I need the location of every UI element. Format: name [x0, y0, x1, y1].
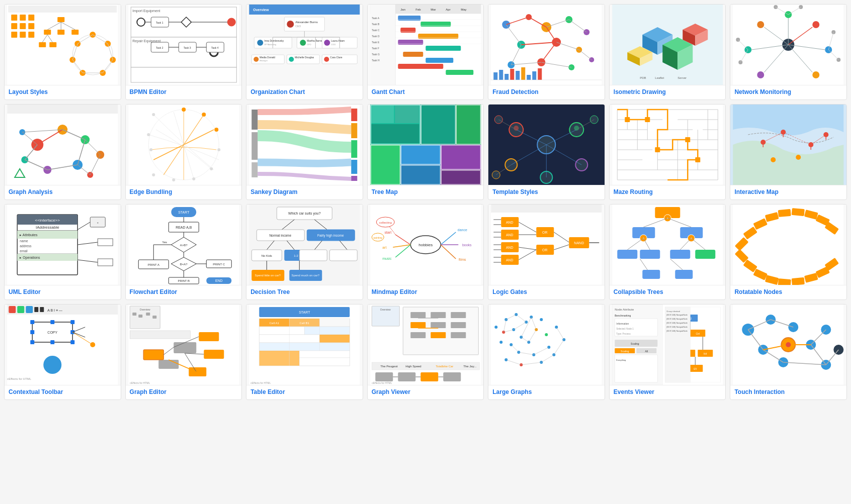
card-events[interactable]: Node Attribute Benchmarking Information …: [609, 304, 726, 400]
card-collapsible[interactable]: + + + Collapsible Trees: [609, 204, 726, 300]
card-mindmap[interactable]: hobbies start art music dance books film…: [367, 204, 484, 300]
svg-text:Task F: Task F: [372, 47, 379, 50]
svg-rect-257: [420, 105, 456, 145]
svg-text:books: books: [462, 243, 472, 247]
preview-large-graphs: [488, 305, 605, 385]
card-label: Edge Bundling: [126, 185, 242, 199]
svg-rect-105: [418, 34, 458, 39]
svg-rect-500: [778, 278, 791, 285]
svg-rect-252: [351, 140, 357, 158]
svg-rect-534: [146, 313, 150, 316]
card-graph-editor[interactable]: Overview: [125, 304, 242, 400]
svg-rect-111: [446, 70, 473, 75]
svg-rect-104: [400, 28, 415, 33]
card-rotatable[interactable]: Rotatable Nodes: [730, 204, 847, 300]
svg-rect-541: [189, 367, 206, 376]
card-maze[interactable]: Maze Routing: [609, 104, 726, 200]
card-treemap[interactable]: Tree Map: [367, 104, 484, 200]
svg-text:Everything: Everything: [616, 359, 626, 361]
card-edge-bundling[interactable]: Edge Bundling: [125, 104, 242, 200]
card-touch[interactable]: Touch Interaction: [730, 304, 847, 400]
card-logic[interactable]: AND AND AND AND OR OR: [488, 204, 605, 300]
svg-rect-483: [675, 270, 693, 279]
card-layout-styles[interactable]: Layout Styles: [4, 4, 121, 100]
card-imap[interactable]: Interactive Map: [730, 104, 847, 200]
svg-text:IAddressable: IAddressable: [36, 225, 59, 230]
card-graph-viewer[interactable]: Overview The Peugeot High Speed: [367, 304, 484, 400]
svg-rect-108: [403, 52, 423, 57]
svg-rect-17: [71, 30, 78, 35]
card-label: Graph Viewer: [368, 385, 484, 399]
card-template-styles[interactable]: Template Styles: [488, 104, 605, 200]
card-org-chart[interactable]: Overview Alexander Burns CEO Inna Dombro…: [246, 4, 363, 100]
card-gantt[interactable]: Task Jan Feb Mar Apr May: [367, 4, 484, 100]
svg-text:Task B: Task B: [372, 23, 380, 26]
card-sankey[interactable]: Sankey Diagram: [246, 104, 363, 200]
svg-rect-586: [451, 332, 466, 338]
svg-rect-9: [20, 32, 26, 38]
svg-point-336: [796, 155, 801, 160]
svg-rect-501: [792, 277, 805, 285]
svg-point-186: [757, 71, 764, 78]
svg-text:Cell A1: Cell A1: [270, 322, 280, 325]
card-uml[interactable]: <<interface>> IAddressable ▸ Attributes …: [4, 204, 121, 300]
card-graph-analysis[interactable]: Graph Analysis: [4, 104, 121, 200]
svg-rect-325: [695, 157, 700, 162]
card-bpmn-editor[interactable]: Import Equipment Repair Equipment Task 1: [125, 4, 242, 100]
preview-sankey: [246, 105, 363, 185]
svg-point-239: [172, 178, 175, 181]
svg-rect-4: [28, 15, 34, 21]
card-label: Isometric Drawing: [610, 85, 726, 99]
card-large-graphs[interactable]: Large Graphs: [488, 304, 605, 400]
svg-rect-251: [351, 123, 357, 138]
svg-text:Apr: Apr: [446, 8, 450, 11]
svg-rect-582: [431, 322, 446, 328]
svg-text:Yes: Yes: [162, 241, 167, 244]
svg-rect-161: [533, 71, 537, 80]
svg-text:address: address: [20, 244, 32, 248]
svg-text:hobbies: hobbies: [418, 243, 433, 247]
svg-rect-516: [50, 320, 54, 324]
card-fraud[interactable]: Fraud Detection: [488, 4, 605, 100]
svg-rect-42: [131, 67, 236, 82]
svg-rect-491: [778, 209, 791, 217]
preview-fraud: [488, 5, 605, 85]
svg-text:Alexander Burns: Alexander Burns: [295, 21, 317, 24]
card-table-editor[interactable]: START Cell A1 Cell B1: [246, 304, 363, 400]
svg-text:PRINT A: PRINT A: [147, 263, 159, 266]
card-label: Large Graphs: [488, 385, 605, 399]
svg-text:START: START: [178, 211, 190, 214]
svg-text:PRINT B: PRINT B: [178, 279, 190, 282]
svg-rect-209: [7, 105, 118, 114]
svg-rect-160: [527, 75, 531, 80]
svg-rect-403: [299, 250, 327, 261]
svg-text:music: music: [382, 257, 392, 260]
card-label: Decision Tree: [246, 285, 363, 299]
svg-text:collecting: collecting: [379, 221, 391, 224]
card-label: Logic Gates: [488, 285, 605, 299]
svg-rect-578: [410, 312, 426, 318]
svg-rect-522: [70, 340, 74, 344]
svg-text:[30.97,248]: NavigateNode: [30.97,248]: NavigateNode: [666, 326, 688, 328]
svg-rect-254: [351, 176, 357, 181]
svg-rect-6: [20, 23, 26, 29]
card-isometric[interactable]: PDB Server Leaflet Isometric Drawing: [609, 4, 726, 100]
svg-text:PRINT C: PRINT C: [213, 263, 225, 266]
svg-point-288: [514, 126, 519, 131]
svg-rect-579: [431, 312, 446, 318]
svg-rect-155: [499, 70, 503, 80]
card-toolbar[interactable]: A B I ≡ — COPY: [4, 304, 121, 400]
card-label: Graph Editor: [126, 385, 242, 399]
svg-rect-596: [420, 372, 438, 381]
svg-text:[30.97,248]: NavigateNode: [30.97,248]: NavigateNode: [666, 322, 688, 324]
svg-text:Task D: Task D: [372, 35, 380, 38]
svg-rect-273: [371, 106, 394, 123]
card-network[interactable]: Network Monitoring: [730, 4, 847, 100]
card-flowchart[interactable]: START READ A,B A>B? Yes PRINT A B=: [125, 204, 242, 300]
svg-text:PDB: PDB: [640, 76, 646, 79]
card-decision[interactable]: Which car suits you? Normal income Fairl…: [246, 204, 363, 300]
svg-text:▸ Operations: ▸ Operations: [20, 256, 40, 260]
preview-org: Overview Alexander Burns CEO Inna Dombro…: [246, 5, 363, 85]
svg-rect-324: [685, 137, 690, 142]
svg-rect-248: [251, 132, 258, 160]
